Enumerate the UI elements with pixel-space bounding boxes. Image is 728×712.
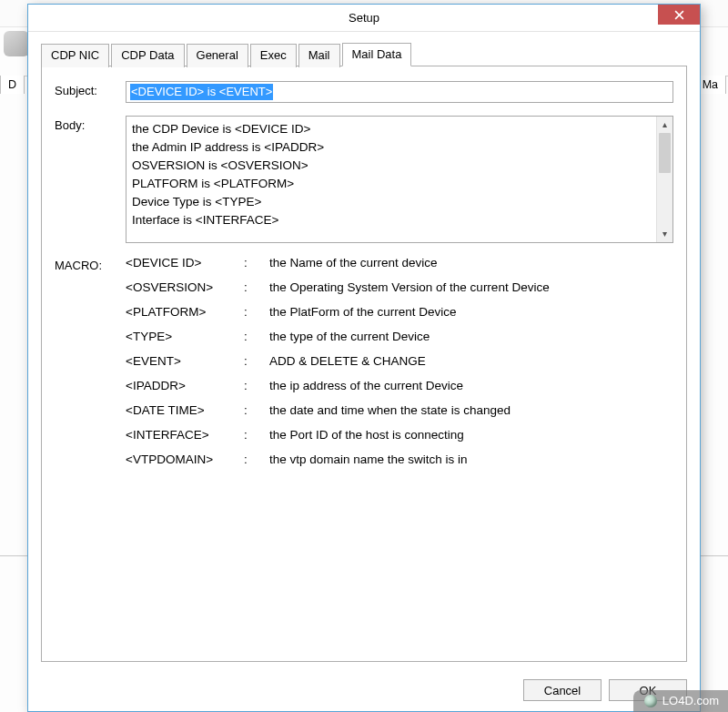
macro-key: <TYPE> (126, 330, 244, 343)
macro-key: <OSVERSION> (126, 280, 244, 294)
window-title: Setup (28, 11, 700, 25)
macro-key: <IPADDR> (126, 379, 244, 392)
tab-panel-mail-data: Subject: <DEVICE ID> is <EVENT> Body: th… (41, 66, 687, 662)
tab-cdp-data[interactable]: CDP Data (111, 44, 184, 67)
macro-table: <DEVICE ID>:the Name of the current devi… (126, 256, 673, 466)
macro-label: MACRO: (55, 256, 126, 272)
subject-label: Subject: (55, 81, 126, 97)
macro-desc: ADD & DELETE & CHANGE (269, 354, 673, 368)
dialog-footer: Cancel OK (28, 669, 700, 711)
macro-colon: : (244, 379, 269, 392)
scroll-down-icon[interactable]: ▾ (657, 226, 672, 242)
setup-dialog: Setup CDP NICCDP DataGeneralExecMailMail… (27, 4, 701, 712)
macro-desc: the date and time when the state is chan… (269, 403, 673, 417)
macro-colon: : (244, 256, 269, 270)
scroll-up-icon[interactable]: ▴ (657, 117, 672, 133)
macro-colon: : (244, 403, 269, 417)
macro-key: <DATE TIME> (126, 403, 244, 417)
close-icon (674, 10, 684, 20)
body-textarea[interactable]: the CDP Device is <DEVICE ID> the Admin … (126, 116, 673, 243)
tabstrip: CDP NICCDP DataGeneralExecMailMail Data (41, 43, 687, 66)
macro-desc: the type of the current Device (269, 330, 673, 343)
macro-colon: : (244, 305, 269, 319)
background-app-icon (4, 31, 29, 56)
close-button[interactable] (658, 5, 700, 25)
body-label: Body: (55, 116, 126, 132)
macro-desc: the Port ID of the host is connecting (269, 428, 673, 442)
macro-colon: : (244, 453, 269, 466)
macro-desc: the ip address of the current Device (269, 379, 673, 392)
macro-key: <VTPDOMAIN> (126, 453, 244, 466)
macro-desc: the Name of the current device (269, 256, 673, 270)
macro-colon: : (244, 428, 269, 442)
tab-mail[interactable]: Mail (298, 44, 340, 67)
tab-general[interactable]: General (187, 44, 248, 67)
scroll-thumb[interactable] (659, 133, 671, 173)
subject-selected-text: <DEVICE ID> is <EVENT> (130, 84, 273, 100)
macro-desc: the Operating System Version of the curr… (269, 280, 673, 294)
scroll-track[interactable] (657, 133, 672, 226)
body-text: the CDP Device is <DEVICE ID> the Admin … (132, 122, 324, 227)
macro-colon: : (244, 354, 269, 368)
watermark: LO4D.com (633, 690, 728, 712)
macro-key: <EVENT> (126, 354, 244, 368)
macro-colon: : (244, 280, 269, 294)
tab-mail-data[interactable]: Mail Data (342, 43, 412, 66)
titlebar[interactable]: Setup (28, 5, 700, 32)
body-scrollbar[interactable]: ▴ ▾ (656, 117, 672, 242)
cancel-button[interactable]: Cancel (523, 679, 602, 701)
macro-desc: the PlatForm of the current Device (269, 305, 673, 319)
subject-input[interactable]: <DEVICE ID> is <EVENT> (126, 81, 673, 103)
macro-desc: the vtp domain name the switch is in (269, 453, 673, 466)
macro-key: <DEVICE ID> (126, 256, 244, 270)
tab-cdp-nic[interactable]: CDP NIC (41, 44, 109, 67)
tab-exec[interactable]: Exec (250, 44, 297, 67)
background-tab-left[interactable]: D (0, 76, 25, 94)
watermark-text: LO4D.com (662, 694, 719, 707)
globe-icon (644, 695, 657, 707)
macro-key: <INTERFACE> (126, 428, 244, 442)
macro-key: <PLATFORM> (126, 305, 244, 319)
macro-colon: : (244, 330, 269, 343)
